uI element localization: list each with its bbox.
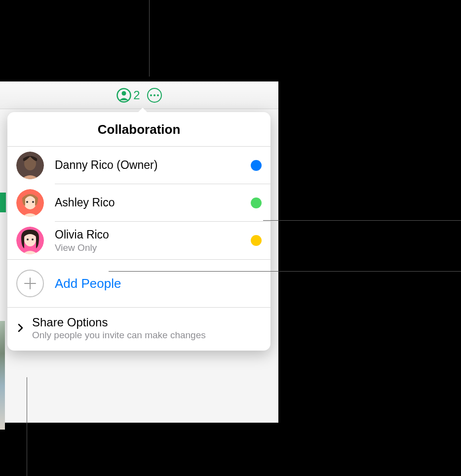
add-people-button[interactable]: Add People bbox=[7, 259, 270, 308]
svg-point-10 bbox=[27, 238, 29, 240]
callout-line bbox=[263, 220, 461, 221]
person-row[interactable]: Ashley Rico bbox=[7, 184, 270, 222]
background-decoration bbox=[0, 321, 5, 430]
toolbar: 2 bbox=[0, 81, 278, 109]
callout-line bbox=[109, 271, 461, 272]
person-text: Ashley Rico bbox=[55, 196, 251, 210]
status-dot bbox=[251, 160, 262, 171]
svg-point-11 bbox=[32, 238, 34, 240]
app-window: 2 Collaboration Danny Rico (Owner) bbox=[0, 81, 278, 423]
collab-count: 2 bbox=[133, 88, 140, 102]
avatar bbox=[16, 189, 44, 217]
person-icon bbox=[116, 88, 131, 103]
plus-icon bbox=[16, 270, 44, 297]
svg-point-6 bbox=[26, 201, 28, 203]
chevron-right-icon bbox=[16, 323, 25, 332]
more-button[interactable] bbox=[147, 88, 162, 103]
person-name: Olivia Rico bbox=[55, 228, 251, 242]
person-row[interactable]: Olivia Rico View Only bbox=[7, 222, 270, 259]
person-text: Danny Rico (Owner) bbox=[55, 158, 251, 173]
ellipsis-icon bbox=[150, 94, 152, 96]
share-subtitle: Only people you invite can make changes bbox=[32, 330, 206, 341]
collaboration-popover: Collaboration Danny Rico (Owner) bbox=[7, 112, 270, 351]
avatar bbox=[16, 152, 44, 179]
avatar bbox=[16, 227, 44, 254]
popover-title: Collaboration bbox=[7, 112, 270, 147]
collaboration-button[interactable]: 2 bbox=[116, 88, 140, 103]
person-permission: View Only bbox=[55, 242, 251, 254]
callout-line bbox=[149, 0, 150, 77]
add-people-label: Add People bbox=[55, 276, 121, 291]
svg-point-7 bbox=[32, 201, 34, 203]
person-text: Olivia Rico View Only bbox=[55, 228, 251, 254]
svg-point-1 bbox=[122, 91, 126, 95]
person-name: Ashley Rico bbox=[55, 196, 251, 210]
status-dot bbox=[251, 235, 262, 246]
callout-line bbox=[27, 377, 27, 476]
status-dot bbox=[251, 198, 262, 208]
person-name: Danny Rico (Owner) bbox=[55, 158, 251, 173]
share-text: Share Options Only people you invite can… bbox=[32, 315, 206, 341]
share-options-button[interactable]: Share Options Only people you invite can… bbox=[7, 308, 270, 351]
share-title: Share Options bbox=[32, 315, 206, 330]
background-decoration bbox=[0, 193, 6, 212]
person-row-owner[interactable]: Danny Rico (Owner) bbox=[7, 147, 270, 184]
